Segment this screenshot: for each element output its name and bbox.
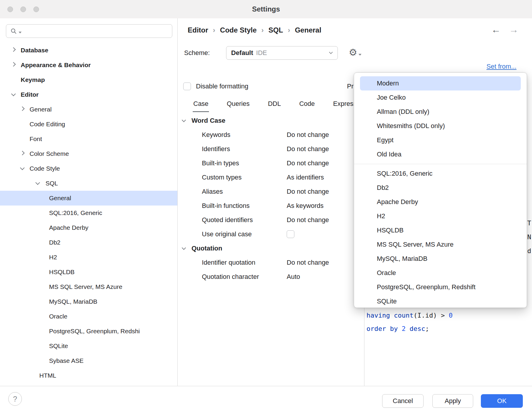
setting-value-dropdown[interactable]: Do not change — [287, 159, 329, 167]
footer-divider — [0, 386, 532, 386]
popup-item-mysql-mariadb[interactable]: MySQL, MariaDB — [360, 252, 521, 266]
settings-list: Word CaseKeywordsDo not changeIdentifier… — [177, 114, 355, 284]
tree-item-color-scheme[interactable]: Color Scheme — [0, 146, 177, 161]
section-header-quotation[interactable]: Quotation — [177, 241, 355, 255]
tree-item-db2[interactable]: Db2 — [0, 235, 177, 250]
disable-formatting-checkbox[interactable] — [183, 83, 191, 90]
tree-item-general[interactable]: General — [0, 191, 177, 206]
popup-item-old-idea[interactable]: Old Idea — [360, 147, 521, 161]
chevron-down-icon[interactable] — [182, 118, 186, 122]
setting-checkbox[interactable] — [287, 230, 294, 238]
scheme-label: Scheme: — [184, 49, 210, 57]
popup-item-ms-sql-server-ms-azure[interactable]: MS SQL Server, MS Azure — [360, 237, 521, 252]
tree-item-apache-derby[interactable]: Apache Derby — [0, 220, 177, 235]
tree-item-mysql-mariadb[interactable]: MySQL, MariaDB — [0, 294, 177, 309]
chevron-down-icon[interactable] — [20, 166, 25, 170]
setting-label: Built-in types — [202, 159, 287, 167]
popup-item-joe-celko[interactable]: Joe Celko — [360, 90, 521, 105]
setting-value-dropdown[interactable]: Do not change — [287, 145, 329, 153]
tree-item-appearance-behavior[interactable]: Appearance & Behavior — [0, 58, 177, 72]
setting-value-dropdown[interactable]: Do not change — [287, 216, 329, 224]
settings-window: Settings DatabaseAppearance & BehaviorKe… — [0, 0, 532, 414]
tree-item-database[interactable]: Database — [0, 43, 177, 58]
setting-row-quotation-character: Quotation characterAuto — [177, 270, 355, 284]
setting-label: Built-in functions — [202, 202, 287, 210]
popup-item-apache-derby[interactable]: Apache Derby — [360, 195, 521, 209]
chevron-right-icon[interactable] — [11, 47, 16, 52]
tree-item-ms-sql-server-ms-azure[interactable]: MS SQL Server, MS Azure — [0, 279, 177, 294]
chevron-down-icon[interactable] — [35, 180, 40, 185]
tree-item-oracle[interactable]: Oracle — [0, 309, 177, 324]
tree-item-html[interactable]: HTML — [0, 368, 177, 383]
popup-item-sql-2016-generic[interactable]: SQL:2016, Generic — [360, 166, 521, 181]
tab-ddl[interactable]: DDL — [267, 98, 281, 111]
tree-item-sql-2016-generic[interactable]: SQL:2016, Generic — [0, 206, 177, 220]
help-button[interactable]: ? — [8, 392, 22, 406]
chevron-right-icon[interactable] — [20, 106, 25, 111]
tree-item-editor[interactable]: Editor — [0, 87, 177, 102]
popup-item-hsqldb[interactable]: HSQLDB — [360, 223, 521, 237]
search-options-caret-icon[interactable] — [19, 32, 22, 33]
setting-label: Use original case — [202, 230, 287, 238]
cancel-button[interactable]: Cancel — [382, 394, 424, 408]
apply-button[interactable]: Apply — [432, 394, 473, 408]
popup-item-postgresql-greenplum-redshift[interactable]: PostgreSQL, Greenplum, Redshift — [360, 280, 521, 294]
setting-row-custom-types: Custom typesAs identifiers — [177, 170, 355, 185]
setting-value-dropdown[interactable]: Do not change — [287, 188, 329, 195]
chevron-right-icon[interactable] — [20, 151, 25, 156]
section-header-word-case[interactable]: Word Case — [177, 114, 355, 128]
popup-item-allman-ddl-only[interactable]: Allman (DDL only) — [360, 105, 521, 119]
chevron-down-icon[interactable] — [182, 246, 186, 250]
tree-item-h2[interactable]: H2 — [0, 250, 177, 265]
popup-item-whitesmiths-ddl-only[interactable]: Whitesmiths (DDL only) — [360, 119, 521, 133]
breadcrumb: Editor › Code Style › SQL › General — [188, 26, 321, 34]
tree-item-general[interactable]: General — [0, 102, 177, 117]
tab-code[interactable]: Code — [299, 98, 315, 111]
tree-item-keymap[interactable]: Keymap — [0, 72, 177, 87]
tree-item-code-style[interactable]: Code Style — [0, 161, 177, 176]
tree-item-label: MS SQL Server, MS Azure — [49, 283, 122, 290]
tree-item-font[interactable]: Font — [0, 132, 177, 146]
tree-item-label: Oracle — [49, 313, 67, 320]
setting-value-dropdown[interactable]: Do not change — [287, 259, 329, 266]
breadcrumb-item-editor[interactable]: Editor — [188, 26, 208, 34]
search-input[interactable] — [6, 24, 172, 38]
popup-item-sqlite[interactable]: SQLite — [360, 294, 521, 308]
setting-value-dropdown[interactable]: Do not change — [287, 131, 329, 139]
breadcrumb-item-sql[interactable]: SQL — [268, 26, 283, 34]
popup-item-oracle[interactable]: Oracle — [360, 266, 521, 280]
tree-item-label: PostgreSQL, Greenplum, Redshi — [49, 328, 140, 335]
scheme-dropdown[interactable]: Default IDE — [226, 46, 338, 60]
tree-item-code-editing[interactable]: Code Editing — [0, 117, 177, 132]
popup-item-db2[interactable]: Db2 — [360, 181, 521, 195]
forward-arrow-icon[interactable]: → — [509, 25, 518, 34]
titlebar: Settings — [0, 0, 532, 18]
gear-icon[interactable]: ⚙ — [349, 47, 357, 58]
tab-queries[interactable]: Queries — [226, 98, 250, 111]
chevron-down-icon[interactable] — [11, 92, 16, 96]
setting-label: Keywords — [202, 131, 287, 139]
tree-item-postgresql-greenplum-redshi[interactable]: PostgreSQL, Greenplum, Redshi — [0, 324, 177, 339]
tree-item-label: Db2 — [49, 239, 61, 246]
tree-item-sqlite[interactable]: SQLite — [0, 339, 177, 353]
popup-item-h2[interactable]: H2 — [360, 209, 521, 223]
tree-item-label: Color Scheme — [30, 150, 69, 157]
back-arrow-icon[interactable]: ← — [491, 25, 501, 34]
tab-case[interactable]: Case — [193, 98, 209, 112]
tree-item-hsqldb[interactable]: HSQLDB — [0, 265, 177, 279]
set-from-link[interactable]: Set from... — [486, 63, 516, 70]
popup-item-egypt[interactable]: Egypt — [360, 133, 521, 147]
tree-item-sybase-ase[interactable]: Sybase ASE — [0, 353, 177, 368]
setting-value-dropdown[interactable]: Auto — [287, 273, 300, 281]
breadcrumb-item-code-style[interactable]: Code Style — [220, 26, 257, 34]
tree-item-sql[interactable]: SQL — [0, 176, 177, 191]
popup-item-modern[interactable]: Modern — [360, 76, 521, 90]
setting-value-dropdown[interactable]: As keywords — [287, 202, 324, 210]
tree-item-label: Sybase ASE — [49, 357, 84, 364]
chevron-right-icon[interactable] — [11, 62, 16, 67]
breadcrumb-separator: › — [288, 26, 290, 34]
breadcrumb-item-general[interactable]: General — [295, 26, 321, 34]
code-token: having — [366, 312, 394, 319]
setting-value-dropdown[interactable]: As identifiers — [287, 174, 324, 181]
ok-button[interactable]: OK — [481, 394, 523, 408]
